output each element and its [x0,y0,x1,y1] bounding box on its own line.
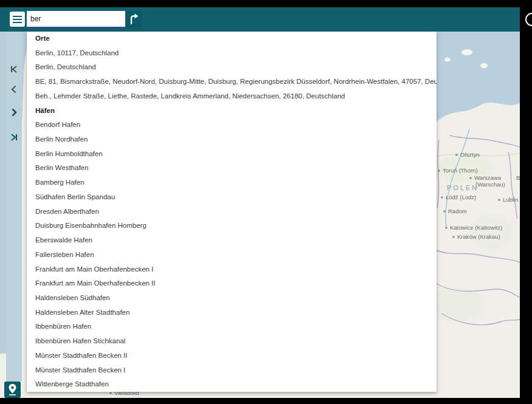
previous-button[interactable] [8,83,20,95]
menu-button[interactable] [10,12,25,27]
suggestion-item[interactable]: Berlin Humboldthafen [27,147,437,162]
skip-to-first-button[interactable] [8,63,20,75]
suggestion-item[interactable]: Bendorf Hafen [27,118,437,132]
locate-button[interactable] [4,382,21,398]
directions-icon [125,11,142,28]
suggestion-item[interactable]: Haldensleben Südhafen [27,291,437,306]
suggestion-item[interactable]: Wittenberge Stadthafen [27,377,437,392]
suggestion-item[interactable]: Münster Stadthafen Becken I [27,363,437,378]
map-label: Lublin [503,196,518,203]
suggestion-section-header: Häfen [27,104,437,118]
city-dot [455,154,458,156]
suggestion-item[interactable]: Berlin Westhafen [27,161,437,176]
suggestion-item[interactable]: Fallersleben Hafen [27,248,437,262]
map-label: Katowice (Kattowitz) [450,224,502,231]
city-dot [469,177,472,179]
suggestion-item[interactable]: BE, 81, Bismarckstraße, Neudorf-Nord, Du… [27,75,437,89]
right-black-strip [520,0,532,404]
suggestion-item[interactable]: Beh., Lehmder Straße, Liethe, Rastede, L… [27,89,437,104]
city-dot [498,199,500,201]
search-box [27,11,125,28]
map-label: Łódź (Lodz) [446,194,476,200]
island [444,58,451,62]
city-dot [445,227,447,229]
chevron-left-icon [8,83,20,95]
suggestion-item[interactable]: Dresden Alberthafen [27,205,437,219]
stepper-sidebar [6,32,22,382]
suggestions-panel: OrteBerlin, 10117, DeutschlandBerlin, De… [27,32,437,392]
header-bar [0,7,532,32]
next-button[interactable] [8,106,20,118]
skip-to-first-icon [8,63,20,75]
suggestion-item[interactable]: Berlin, Deutschland [27,60,437,75]
suggestion-item[interactable]: Ibbenbüren Hafen [27,320,437,334]
app-window: OlsztynToruń (Thorn)Warszawa(Warschau)Br… [0,0,532,404]
skip-to-last-button[interactable] [8,131,20,143]
hamburger-icon [13,16,22,17]
city-dot [109,392,112,394]
forest-patch [469,214,516,250]
suggestion-item[interactable]: Berlin Nordhafen [27,132,437,147]
city-dot [443,210,446,213]
suggestion-item[interactable]: Duisburg Eisenbahnhafen Homberg [27,219,437,233]
map-label: Kraków (Krakau) [457,233,500,240]
directions-button[interactable] [125,11,142,28]
chevron-right-icon [8,106,20,118]
island [480,63,488,68]
map-label: POLEN [447,184,478,191]
map-label: (Warschau) [475,181,505,188]
search-input[interactable] [27,11,125,27]
map-label: Warszawa [474,174,502,181]
suggestion-section-header: Orte [27,32,437,46]
island [461,49,472,55]
suggestion-item[interactable]: Südhafen Berlin Spandau [27,190,437,205]
suggestion-item[interactable]: Berlin, 10117, Deutschland [27,46,437,61]
suggestion-item[interactable]: Ibbenbüren Hafen Stichkanal [27,334,437,349]
suggestion-item[interactable]: Eberswalde Hafen [27,233,437,248]
map-label: Olsztyn [460,151,480,158]
city-dot [438,169,440,172]
map-label: Toruń (Thorn) [443,167,478,174]
skip-to-last-icon [8,131,20,143]
suggestion-item[interactable]: Haldensleben Alter Stadthafen [27,306,437,320]
city-dot [441,196,443,199]
suggestion-item[interactable]: Frankfurt am Main Oberhafenbecken I [27,262,437,277]
location-pin-icon [4,382,21,398]
map-label: Radom [448,208,467,214]
suggestion-item[interactable]: Frankfurt am Main Oberhafenbecken II [27,276,437,291]
city-dot [452,236,455,238]
suggestion-item[interactable]: Münster Stadthafen Becken II [27,349,437,363]
suggestion-item[interactable]: Bamberg Hafen [27,176,437,190]
